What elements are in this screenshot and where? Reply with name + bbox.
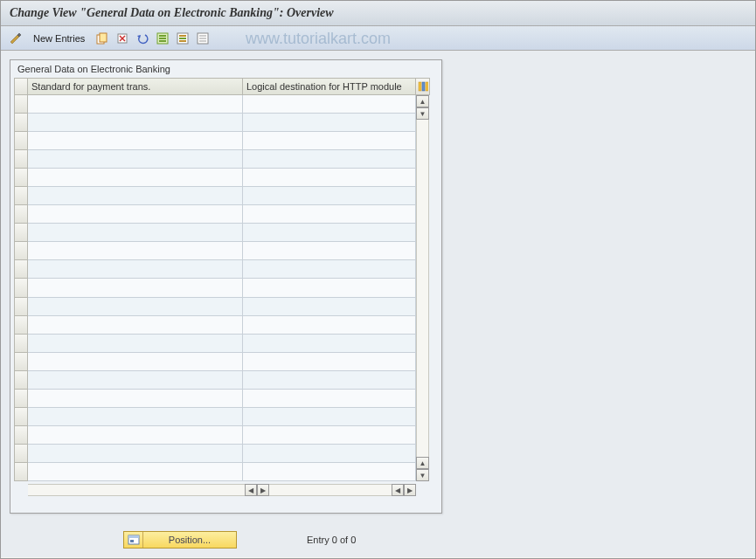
cell-standard-payment[interactable] xyxy=(28,260,243,279)
table-configuration-icon[interactable] xyxy=(416,78,430,95)
cell-standard-payment[interactable] xyxy=(28,95,243,114)
cell-logical-destination[interactable] xyxy=(243,408,416,426)
cell-standard-payment[interactable] xyxy=(28,426,243,445)
hscroll-right-icon[interactable]: ▶ xyxy=(257,484,269,496)
table-row xyxy=(14,279,416,297)
cell-logical-destination[interactable] xyxy=(243,426,416,445)
cell-logical-destination[interactable] xyxy=(243,445,416,463)
row-selector[interactable] xyxy=(14,169,28,187)
row-selector[interactable] xyxy=(14,150,28,169)
cell-standard-payment[interactable] xyxy=(28,353,243,371)
svg-rect-19 xyxy=(426,82,428,91)
cell-standard-payment[interactable] xyxy=(28,445,243,463)
cell-logical-destination[interactable] xyxy=(243,169,416,187)
cell-logical-destination[interactable] xyxy=(243,316,416,335)
cell-logical-destination[interactable] xyxy=(243,371,416,390)
cell-logical-destination[interactable] xyxy=(243,132,416,150)
cell-standard-payment[interactable] xyxy=(28,390,243,408)
cell-logical-destination[interactable] xyxy=(243,224,416,242)
hscroll-track-left xyxy=(28,484,245,496)
row-selector[interactable] xyxy=(14,242,28,260)
row-selector[interactable] xyxy=(14,205,28,224)
position-button[interactable]: Position... xyxy=(123,531,237,549)
table-row xyxy=(14,390,416,408)
hscroll-track-mid[interactable] xyxy=(269,484,392,496)
cell-logical-destination[interactable] xyxy=(243,298,416,316)
vertical-scrollbar[interactable]: ▲ ▼ ▲ ▼ xyxy=(416,95,429,481)
row-selector[interactable] xyxy=(14,408,28,426)
cell-standard-payment[interactable] xyxy=(28,316,243,335)
table-row xyxy=(14,298,416,316)
delete-icon[interactable] xyxy=(114,31,130,46)
row-selector[interactable] xyxy=(14,95,28,114)
cell-standard-payment[interactable] xyxy=(28,298,243,316)
svg-rect-21 xyxy=(128,535,139,538)
row-selector[interactable] xyxy=(14,353,28,371)
hscroll-right2-icon[interactable]: ▶ xyxy=(404,484,416,496)
table-row xyxy=(14,445,416,463)
cell-standard-payment[interactable] xyxy=(28,169,243,187)
cell-standard-payment[interactable] xyxy=(28,335,243,353)
cell-standard-payment[interactable] xyxy=(28,187,243,205)
hscroll-left-icon[interactable]: ◀ xyxy=(245,484,257,496)
main-area: General Data on Electronic Banking Stand… xyxy=(1,51,755,522)
cell-standard-payment[interactable] xyxy=(28,463,243,481)
cell-standard-payment[interactable] xyxy=(28,150,243,169)
cell-logical-destination[interactable] xyxy=(243,242,416,260)
cell-logical-destination[interactable] xyxy=(243,463,416,481)
cell-standard-payment[interactable] xyxy=(28,224,243,242)
table-body xyxy=(14,95,416,481)
svg-rect-12 xyxy=(179,40,186,42)
copy-as-icon[interactable] xyxy=(94,31,110,46)
select-all-icon[interactable] xyxy=(155,31,170,46)
cell-logical-destination[interactable] xyxy=(243,390,416,408)
row-selector[interactable] xyxy=(14,260,28,279)
cell-logical-destination[interactable] xyxy=(243,279,416,297)
scroll-track[interactable] xyxy=(416,120,429,457)
cell-logical-destination[interactable] xyxy=(243,335,416,353)
row-selector[interactable] xyxy=(14,224,28,242)
scroll-down-bottom-icon[interactable]: ▼ xyxy=(416,469,429,481)
deselect-all-icon[interactable] xyxy=(195,31,211,46)
row-selector[interactable] xyxy=(14,298,28,316)
cell-logical-destination[interactable] xyxy=(243,187,416,205)
cell-logical-destination[interactable] xyxy=(243,260,416,279)
cell-standard-payment[interactable] xyxy=(28,114,243,132)
cell-standard-payment[interactable] xyxy=(28,279,243,297)
row-selector[interactable] xyxy=(14,114,28,132)
hscroll-left2-icon[interactable]: ◀ xyxy=(392,484,404,496)
row-selector[interactable] xyxy=(14,187,28,205)
row-selector[interactable] xyxy=(14,426,28,445)
undo-change-icon[interactable] xyxy=(135,31,150,46)
row-selector[interactable] xyxy=(14,445,28,463)
toggle-display-change-icon[interactable] xyxy=(8,31,24,46)
row-selector[interactable] xyxy=(14,316,28,335)
cell-standard-payment[interactable] xyxy=(28,242,243,260)
cell-standard-payment[interactable] xyxy=(28,371,243,390)
cell-logical-destination[interactable] xyxy=(243,95,416,114)
new-entries-button[interactable]: New Entries xyxy=(28,31,90,45)
cell-standard-payment[interactable] xyxy=(28,205,243,224)
column-header-logical-destination[interactable]: Logical destination for HTTP module xyxy=(243,78,416,95)
row-selector[interactable] xyxy=(14,132,28,150)
svg-rect-15 xyxy=(199,38,206,39)
scroll-up-bottom-icon[interactable]: ▲ xyxy=(416,457,429,469)
row-selector[interactable] xyxy=(14,279,28,297)
cell-standard-payment[interactable] xyxy=(28,408,243,426)
cell-logical-destination[interactable] xyxy=(243,114,416,132)
cell-logical-destination[interactable] xyxy=(243,150,416,169)
cell-logical-destination[interactable] xyxy=(243,353,416,371)
scroll-up-icon[interactable]: ▲ xyxy=(416,95,429,107)
column-header-standard-payment[interactable]: Standard for payment trans. xyxy=(28,78,243,95)
select-block-icon[interactable] xyxy=(175,31,191,46)
page-title: Change View "General Data on Electronic … xyxy=(1,1,755,26)
row-selector[interactable] xyxy=(14,463,28,481)
select-all-column[interactable] xyxy=(14,78,28,95)
row-selector[interactable] xyxy=(14,371,28,390)
row-selector[interactable] xyxy=(14,335,28,353)
cell-logical-destination[interactable] xyxy=(243,205,416,224)
scroll-down-icon[interactable]: ▼ xyxy=(416,107,429,120)
horizontal-scrollbar[interactable]: ◀ ▶ ◀ ▶ xyxy=(28,483,438,497)
row-selector[interactable] xyxy=(14,390,28,408)
cell-standard-payment[interactable] xyxy=(28,132,243,150)
